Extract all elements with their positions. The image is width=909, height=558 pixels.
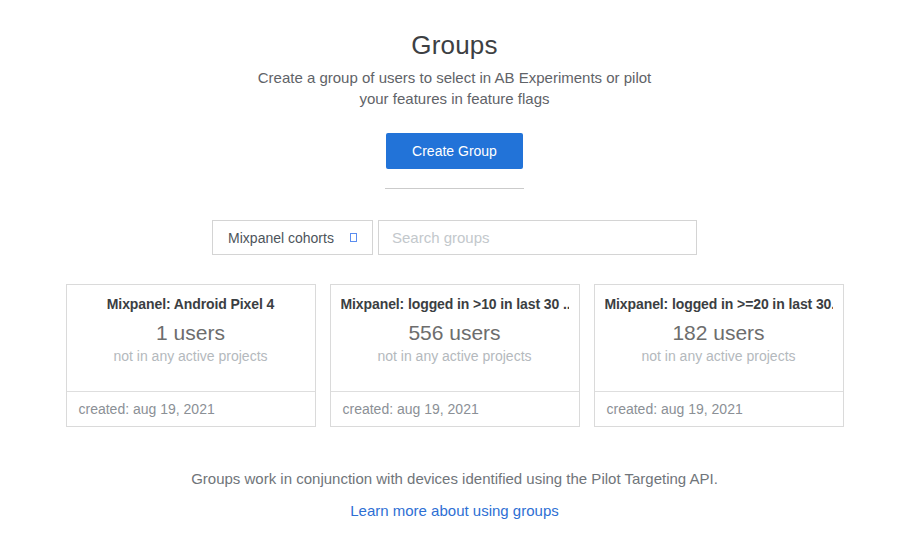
dropdown-indicator-icon [350, 233, 357, 242]
create-group-button[interactable]: Create Group [386, 133, 523, 169]
group-status: not in any active projects [341, 348, 569, 364]
group-status: not in any active projects [77, 348, 305, 364]
group-status: not in any active projects [605, 348, 833, 364]
page-title: Groups [411, 30, 497, 61]
group-name: Mixpanel: logged in >10 in last 30 ... [341, 296, 569, 312]
divider [385, 188, 524, 189]
group-cards-row: Mixpanel: Android Pixel 4 1 users not in… [66, 284, 844, 427]
page-subtitle: Create a group of users to select in AB … [245, 68, 665, 109]
cohort-source-dropdown[interactable]: Mixpanel cohorts [212, 220, 373, 255]
group-card-body: Mixpanel: logged in >10 in last 30 ... 5… [331, 285, 579, 391]
group-card[interactable]: Mixpanel: logged in >10 in last 30 ... 5… [330, 284, 580, 427]
group-name: Mixpanel: Android Pixel 4 [77, 296, 305, 312]
group-card-body: Mixpanel: logged in >=20 in last 30... 1… [595, 285, 843, 391]
group-card[interactable]: Mixpanel: logged in >=20 in last 30... 1… [594, 284, 844, 427]
group-users-count: 182 users [605, 321, 833, 345]
groups-page: Groups Create a group of users to select… [0, 0, 909, 558]
groups-info-text: Groups work in conjunction with devices … [191, 470, 718, 487]
search-input[interactable] [378, 220, 697, 255]
group-created-label: created: aug 19, 2021 [331, 391, 579, 426]
filter-row: Mixpanel cohorts [212, 220, 697, 255]
group-card-body: Mixpanel: Android Pixel 4 1 users not in… [67, 285, 315, 391]
group-created-label: created: aug 19, 2021 [595, 391, 843, 426]
group-users-count: 556 users [341, 321, 569, 345]
group-name: Mixpanel: logged in >=20 in last 30... [605, 296, 833, 312]
group-card[interactable]: Mixpanel: Android Pixel 4 1 users not in… [66, 284, 316, 427]
group-users-count: 1 users [77, 321, 305, 345]
cohort-source-dropdown-label: Mixpanel cohorts [228, 230, 334, 246]
group-created-label: created: aug 19, 2021 [67, 391, 315, 426]
learn-more-link[interactable]: Learn more about using groups [350, 502, 558, 519]
